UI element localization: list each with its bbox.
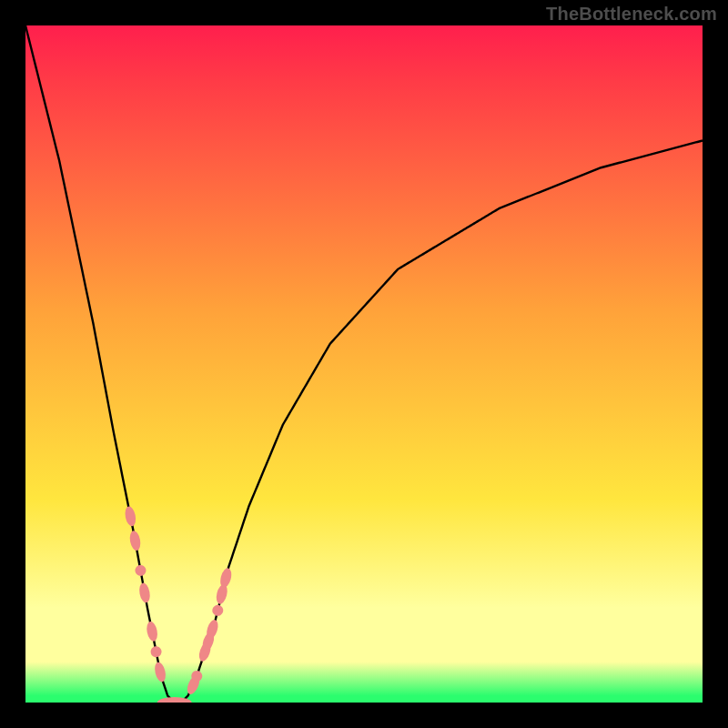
curve-marker	[138, 582, 152, 604]
curve-marker	[146, 621, 159, 642]
curve-marker	[218, 567, 233, 589]
curve-marker	[150, 645, 163, 658]
bottleneck-curve-svg	[25, 25, 703, 703]
curve-marker	[153, 662, 167, 683]
curve-marker	[128, 530, 142, 551]
curve-marker	[135, 564, 147, 577]
curve-marker	[124, 506, 137, 528]
watermark-text: TheBottleneck.com	[546, 4, 717, 25]
plot-area	[25, 25, 703, 703]
chart-frame: TheBottleneck.com	[0, 0, 728, 728]
bottleneck-curve	[25, 25, 703, 703]
curve-marker	[211, 604, 225, 618]
